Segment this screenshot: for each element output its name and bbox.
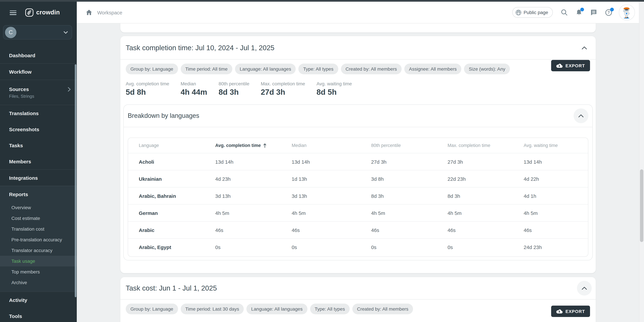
filter-chip-group-by[interactable]: Group by: Language [126, 304, 178, 314]
column-header-80th-percentile[interactable]: 80th percentile [360, 138, 437, 153]
sidebar-item-label: Reports [9, 191, 28, 197]
filter-chip-type[interactable]: Type: All types [310, 304, 350, 314]
sidebar-item-reports[interactable]: Reports [0, 186, 77, 202]
column-header-max-completion-time[interactable]: Max. completion time [437, 138, 513, 153]
sidebar-item-label-row: Translations [9, 110, 77, 116]
sidebar-scrollbar[interactable] [75, 64, 76, 297]
value-cell: 0s [204, 239, 281, 255]
sidebar-item-activity[interactable]: Activity [0, 292, 77, 308]
chevron-up-icon [578, 114, 584, 118]
value-cell: 8d 3h [360, 187, 437, 204]
export-button-label: EXPORT [566, 309, 585, 314]
filter-chip-language[interactable]: Language: All languages [235, 64, 296, 74]
sidebar-item-task-usage[interactable]: Task usage [0, 256, 77, 266]
project-selector[interactable]: C [3, 25, 72, 39]
sidebar-item-tasks[interactable]: Tasks [0, 137, 77, 153]
home-icon[interactable] [86, 9, 92, 15]
search-button[interactable] [561, 9, 568, 16]
sidebar-item-dashboard[interactable]: Dashboard [0, 47, 77, 63]
value-cell: 4h 5m [437, 204, 513, 221]
public-page-button[interactable]: Public page [512, 7, 553, 18]
sidebar-item-label-row: Members [9, 159, 77, 164]
stat-80th-percentile: 80th percentile8d 3h [218, 80, 250, 97]
sidebar-item-screenshots[interactable]: Screenshots [0, 121, 77, 137]
filter-chip-language[interactable]: Language: All languages [246, 304, 307, 314]
value-cell: 4h 5m [513, 204, 588, 221]
collapse-breakdown-button[interactable] [574, 108, 588, 123]
column-header-median[interactable]: Median [281, 138, 360, 153]
sidebar-item-archive[interactable]: Archive [0, 277, 77, 288]
value-cell: 22d 23h [437, 170, 513, 187]
robot-avatar-image [619, 5, 634, 19]
sidebar-item-label: Pre-translation accuracy [12, 237, 62, 242]
sidebar-item-workflow[interactable]: Workflow [0, 64, 77, 80]
sidebar-item-cost-estimate[interactable]: Cost estimate [0, 213, 77, 224]
crowdin-logo-icon [25, 8, 34, 17]
filter-chip-assignee[interactable]: Assignee: All members [404, 64, 462, 74]
sidebar-item-label-row: Translator accuracy [12, 248, 77, 253]
sidebar-item-label: Top members [12, 269, 40, 275]
table-body: Acholi13d 14h13d 14h27d 3h27d 3h13d 14hU… [128, 153, 588, 255]
notifications-button[interactable] [576, 9, 582, 16]
project-avatar: C [5, 27, 16, 38]
stat-avg-waiting-time: Avg. waiting time8d 5h [316, 80, 352, 97]
sidebar-item-label: Overview [12, 205, 31, 210]
collapse-task-completion-button[interactable] [577, 40, 592, 55]
value-cell: 4h 5m [281, 204, 360, 221]
column-header-language[interactable]: Language [128, 138, 204, 153]
sidebar-item-translator-accuracy[interactable]: Translator accuracy [0, 245, 77, 256]
breadcrumb[interactable]: Workspace [86, 9, 122, 15]
page-scrollbar-track[interactable] [639, 2, 644, 322]
filter-chip-time-period[interactable]: Time period: All time [180, 64, 232, 74]
language-cell: Acholi [128, 153, 204, 170]
sidebar-item-members[interactable]: Members [0, 153, 77, 169]
task-completion-stats: Avg. completion time5d 8hMedian4h 44m80t… [120, 74, 596, 97]
hamburger-menu-icon[interactable] [10, 10, 16, 15]
value-cell: 46s [437, 222, 513, 238]
task-cost-filters: Group by: LanguageTime period: Last 30 d… [120, 300, 596, 314]
language-cell: German [128, 204, 204, 221]
sidebar-item-label-row: Sources [9, 86, 77, 92]
breakdown-card: Breakdown by languages LanguageAvg. comp… [123, 104, 593, 260]
export-button[interactable]: EXPORT [551, 60, 590, 71]
notifications-badge [580, 7, 584, 11]
user-avatar[interactable] [619, 4, 635, 20]
sidebar-item-label-row: Translation cost [12, 226, 77, 232]
sidebar-item-translations[interactable]: Translations [0, 105, 77, 121]
sidebar-item-label: Translation cost [12, 226, 44, 232]
filter-chip-size-words[interactable]: Size (words): Any [464, 64, 510, 74]
filter-chip-time-period[interactable]: Time period: Last 30 days [180, 304, 244, 314]
crowdin-logo[interactable]: crowdin [25, 8, 60, 17]
stat-value: 8d 5h [316, 87, 352, 97]
filter-chip-created-by[interactable]: Created by: All members [341, 64, 402, 74]
sidebar-item-label: Archive [12, 280, 27, 285]
sidebar-item-sources[interactable]: SourcesFiles, Strings [0, 80, 77, 105]
sidebar-item-label: Translator accuracy [12, 248, 52, 253]
previous-panel-partial [120, 23, 596, 32]
value-cell: 46s [281, 222, 360, 238]
filter-chip-created-by[interactable]: Created by: All members [352, 304, 413, 314]
filter-chip-group-by[interactable]: Group by: Language [126, 64, 178, 74]
messages-button[interactable] [590, 9, 597, 16]
page-scrollbar-thumb[interactable] [640, 169, 643, 242]
help-button[interactable]: ? [605, 9, 612, 16]
sidebar-item-pre-translation-accuracy[interactable]: Pre-translation accuracy [0, 234, 77, 245]
filter-chip-type[interactable]: Type: All types [298, 64, 338, 74]
sidebar-item-integrations[interactable]: Integrations [0, 170, 77, 186]
column-header-avg-completion-time[interactable]: Avg. completion time [204, 138, 281, 153]
table-header-row: LanguageAvg. completion timeMedian80th p… [128, 138, 588, 153]
sidebar-item-label: Activity [9, 297, 27, 303]
task-cost-title: Task cost: Jun 1 - Jul 1, 2025 [126, 284, 217, 292]
sidebar-item-label: Sources [9, 86, 29, 92]
chevron-right-icon [68, 87, 71, 92]
sidebar-item-tools[interactable]: Tools [0, 308, 77, 322]
collapse-task-cost-button[interactable] [577, 281, 592, 296]
sidebar-item-translation-cost[interactable]: Translation cost [0, 224, 77, 234]
column-header-avg-waiting-time[interactable]: Avg. waiting time [513, 138, 588, 153]
sidebar-item-top-members[interactable]: Top members [0, 266, 77, 277]
export-button[interactable]: EXPORT [551, 306, 590, 317]
sidebar-item-overview[interactable]: Overview [0, 202, 77, 213]
language-cell: Arabic, Bahrain [128, 187, 204, 204]
breadcrumb-label[interactable]: Workspace [97, 9, 122, 15]
chevron-right-icon [68, 87, 71, 92]
